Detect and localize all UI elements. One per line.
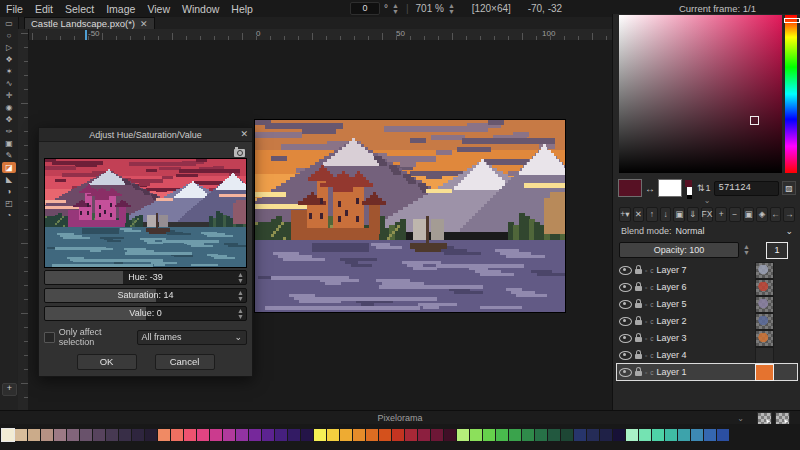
layer-row-layer-1[interactable]: ▫cLayer 1 [617,364,797,380]
lock-icon[interactable] [635,371,642,376]
palette-swatch[interactable] [444,429,456,441]
cel-thumbnail[interactable] [755,296,774,313]
palette-swatch[interactable] [574,429,586,441]
palette-swatch[interactable] [275,429,287,441]
frame-1-button[interactable]: 1 [766,242,788,259]
visibility-eye-icon[interactable] [619,334,632,343]
primary-color-swatch[interactable] [618,179,642,197]
clone-frame-icon[interactable]: ▣ [743,207,755,222]
menu-image[interactable]: Image [100,3,141,15]
rotation-spinner[interactable]: ▲▼ [392,3,399,15]
add-layer-icon[interactable]: +▾ [619,207,631,222]
hue-slider[interactable]: Hue: -39▲▼ [44,270,247,285]
tool-color-picker[interactable]: ✑ [2,126,16,137]
palette-swatch[interactable] [392,429,404,441]
move-frame-right-icon[interactable]: → [783,207,795,222]
menu-view[interactable]: View [141,3,176,15]
tool-move[interactable]: ✛ [2,90,16,101]
dialog-close-icon[interactable]: ✕ [240,129,248,139]
cel-thumbnail[interactable] [755,364,774,381]
dialog-titlebar[interactable]: Adjust Hue/Saturation/Value ✕ [39,128,252,142]
cancel-button[interactable]: Cancel [155,354,215,370]
link-cel-icon[interactable]: c [650,369,653,376]
palette-swatch[interactable] [54,429,66,441]
palette-swatch[interactable] [15,429,27,441]
tag-frame-icon[interactable]: ◈ [756,207,768,222]
palette-swatch[interactable] [496,429,508,441]
tool-pencil[interactable]: ✎ [2,150,16,161]
remove-layer-icon[interactable]: ✕ [633,207,645,222]
palette-swatch[interactable] [314,429,326,441]
lock-icon[interactable] [635,337,642,342]
tool-bucket[interactable]: ◣ [2,174,16,185]
opacity-spinner[interactable]: ▲▼ [743,244,750,256]
color-options-icon[interactable]: ▨ [782,181,796,195]
only-affect-selection-checkbox[interactable]: Only affect selection [44,327,137,347]
tool-shading[interactable]: ◑ [2,186,16,197]
frames-dropdown[interactable]: All frames ⌄ [137,330,247,345]
saturation-slider[interactable]: Saturation: 14▲▼ [44,288,247,303]
secondary-color-swatch[interactable] [658,179,682,197]
tool-eraser[interactable]: ◪ [2,162,16,173]
palette-swatch[interactable] [626,429,638,441]
palette-swatch[interactable] [431,429,443,441]
hue-handle[interactable] [784,18,800,23]
link-cel-icon[interactable]: c [650,335,653,342]
cel-thumbnail[interactable] [755,262,774,279]
tool-ellipse[interactable]: ◔ [2,210,16,221]
palette-swatch[interactable] [717,429,729,441]
palette-swatch[interactable] [652,429,664,441]
collapse-picker-icon[interactable]: ⌄ [613,198,800,204]
layer-row-layer-4[interactable]: ▫cLayer 4 [617,347,797,363]
link-cel-icon[interactable]: c [650,284,653,291]
default-colors-icon[interactable] [685,180,694,196]
layer-row-layer-6[interactable]: ▫cLayer 6 [617,279,797,295]
palette-swatch[interactable] [67,429,79,441]
palette-swatch[interactable] [106,429,118,441]
palette-swatch[interactable] [457,429,469,441]
saturation-value-picker[interactable] [619,15,782,173]
tool-ellipse-select[interactable]: ○ [2,30,16,41]
palette-swatch[interactable] [548,429,560,441]
lock-icon[interactable] [635,269,642,274]
palette-swatch[interactable] [665,429,677,441]
layer-row-layer-7[interactable]: ▫cLayer 7 [617,262,797,278]
move-layer-down-icon[interactable]: ↓ [660,207,672,222]
palette-swatch[interactable] [184,429,196,441]
preview-snapshot-icon[interactable] [234,149,245,157]
palette-swatch[interactable] [145,429,157,441]
hsv-dialog[interactable]: Adjust Hue/Saturation/Value ✕ Hue: -39▲▼… [38,127,253,377]
zoom-spinner[interactable]: ▲▼ [448,3,455,15]
swap-colors-icon[interactable]: ↔ [645,183,655,194]
palette-swatch[interactable] [236,429,248,441]
blend-mode-dropdown[interactable]: Normal ⌄ [676,226,793,236]
cel-thumbnail[interactable] [755,279,774,296]
palette-swatch[interactable] [366,429,378,441]
palette-swatch[interactable] [535,429,547,441]
visibility-eye-icon[interactable] [619,266,632,275]
palette-swatch[interactable] [80,429,92,441]
lock-icon[interactable] [635,354,642,359]
palette-swatch[interactable] [561,429,573,441]
layer-fx-icon[interactable]: FX [701,207,714,222]
palette-swatch[interactable] [470,429,482,441]
tool-magic-wand[interactable]: ✶ [2,66,16,77]
add-frame-icon[interactable]: + [715,207,727,222]
tool-select-by-color[interactable]: ❖ [2,54,16,65]
link-cel-icon[interactable]: c [650,301,653,308]
palette-swatch[interactable] [678,429,690,441]
slider-spinner[interactable]: ▲▼ [237,290,244,302]
checkbox-box[interactable] [44,332,55,343]
palette-swatch[interactable] [132,429,144,441]
expand-icon[interactable]: ▫ [645,284,647,291]
palette-swatch[interactable] [28,429,40,441]
link-cel-icon[interactable]: c [650,318,653,325]
chevron-down-icon[interactable]: ⌄ [737,414,744,423]
expand-icon[interactable]: ▫ [645,369,647,376]
visibility-eye-icon[interactable] [619,368,632,377]
menu-select[interactable]: Select [59,3,100,15]
lock-icon[interactable] [635,303,642,308]
palette-swatch[interactable] [119,429,131,441]
tool-polygon-select[interactable]: ▷ [2,42,16,53]
cel-thumbnail[interactable] [755,347,774,364]
